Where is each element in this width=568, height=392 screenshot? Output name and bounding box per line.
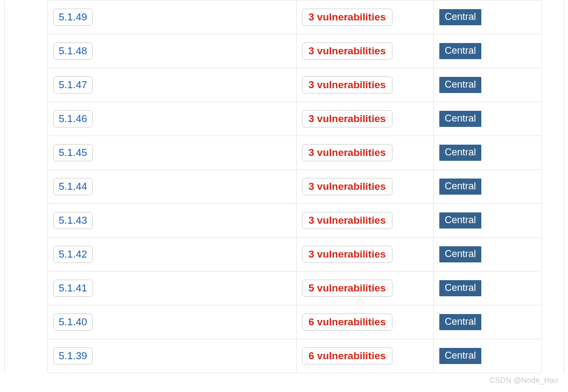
version-link[interactable]: 5.1.45: [53, 144, 93, 161]
vulnerability-link[interactable]: 3 vulnerabilities: [302, 246, 392, 263]
trailing-spacer-cell: [542, 305, 564, 339]
version-link[interactable]: 5.1.39: [53, 347, 93, 365]
trailing-spacer-cell: [542, 68, 564, 102]
spacer-cell: [5, 1, 48, 34]
vulnerability-link[interactable]: 6 vulnerabilities: [302, 313, 392, 331]
spacer-cell: [5, 238, 48, 272]
version-cell: 5.1.49: [48, 1, 297, 34]
repo-badge[interactable]: Central: [439, 145, 481, 161]
table-row: 5.1.42 3 vulnerabilities Central: [5, 238, 564, 272]
trailing-spacer-cell: [542, 339, 564, 373]
repo-cell: Central: [434, 136, 542, 170]
table-row: 5.1.49 3 vulnerabilities Central: [5, 1, 564, 34]
repo-badge[interactable]: Central: [439, 43, 481, 59]
table-row: 5.1.41 5 vulnerabilities Central: [5, 272, 564, 305]
spacer-cell: [5, 68, 48, 102]
version-link[interactable]: 5.1.47: [53, 76, 93, 94]
vulnerability-cell: 6 vulnerabilities: [297, 339, 434, 373]
versions-table: 5.1.49 3 vulnerabilities Central 5.1.48 …: [4, 0, 564, 373]
version-link[interactable]: 5.1.43: [53, 212, 93, 229]
version-cell: 5.1.45: [48, 136, 297, 170]
vulnerability-link[interactable]: 6 vulnerabilities: [302, 347, 392, 365]
table-row: 5.1.40 6 vulnerabilities Central: [5, 305, 564, 339]
trailing-spacer-cell: [542, 170, 564, 204]
version-cell: 5.1.43: [48, 204, 297, 238]
version-link[interactable]: 5.1.41: [53, 280, 93, 297]
trailing-spacer-cell: [542, 272, 564, 305]
repo-badge[interactable]: Central: [439, 246, 481, 262]
version-cell: 5.1.44: [48, 170, 297, 204]
table-row: 5.1.46 3 vulnerabilities Central: [5, 102, 564, 136]
repo-cell: Central: [434, 305, 542, 339]
version-cell: 5.1.39: [48, 339, 297, 373]
repo-cell: Central: [434, 68, 542, 102]
repo-badge[interactable]: Central: [439, 348, 481, 364]
vulnerability-cell: 6 vulnerabilities: [297, 305, 434, 339]
vulnerability-cell: 3 vulnerabilities: [297, 1, 434, 34]
version-link[interactable]: 5.1.46: [53, 110, 93, 127]
vulnerability-link[interactable]: 3 vulnerabilities: [302, 9, 392, 26]
version-link[interactable]: 5.1.48: [53, 42, 93, 60]
spacer-cell: [5, 170, 48, 204]
vulnerability-cell: 3 vulnerabilities: [297, 34, 434, 68]
version-cell: 5.1.42: [48, 238, 297, 272]
version-cell: 5.1.41: [48, 272, 297, 305]
repo-cell: Central: [434, 34, 542, 68]
trailing-spacer-cell: [542, 34, 564, 68]
version-cell: 5.1.48: [48, 34, 297, 68]
trailing-spacer-cell: [542, 102, 564, 136]
vulnerability-link[interactable]: 3 vulnerabilities: [302, 110, 392, 127]
vulnerability-cell: 3 vulnerabilities: [297, 68, 434, 102]
repo-cell: Central: [434, 272, 542, 305]
repo-cell: Central: [434, 102, 542, 136]
version-link[interactable]: 5.1.42: [53, 246, 93, 263]
vulnerability-link[interactable]: 3 vulnerabilities: [302, 42, 392, 60]
repo-cell: Central: [434, 339, 542, 373]
table-row: 5.1.48 3 vulnerabilities Central: [5, 34, 564, 68]
repo-badge[interactable]: Central: [439, 9, 481, 25]
repo-badge[interactable]: Central: [439, 212, 481, 229]
vulnerability-link[interactable]: 5 vulnerabilities: [302, 280, 392, 297]
watermark: CSDN @Node_Hao: [489, 376, 558, 384]
repo-cell: Central: [434, 1, 542, 34]
vulnerability-link[interactable]: 3 vulnerabilities: [302, 212, 392, 229]
repo-cell: Central: [434, 238, 542, 272]
spacer-cell: [5, 102, 48, 136]
spacer-cell: [5, 136, 48, 170]
trailing-spacer-cell: [542, 136, 564, 170]
repo-badge[interactable]: Central: [439, 77, 481, 93]
version-cell: 5.1.40: [48, 305, 297, 339]
vulnerability-cell: 3 vulnerabilities: [297, 102, 434, 136]
table-row: 5.1.45 3 vulnerabilities Central: [5, 136, 564, 170]
trailing-spacer-cell: [542, 204, 564, 238]
version-link[interactable]: 5.1.44: [53, 178, 93, 195]
repo-badge[interactable]: Central: [439, 179, 481, 195]
table-row: 5.1.44 3 vulnerabilities Central: [5, 170, 564, 204]
version-link[interactable]: 5.1.49: [53, 9, 93, 26]
spacer-cell: [5, 305, 48, 339]
vulnerability-cell: 3 vulnerabilities: [297, 238, 434, 272]
repo-badge[interactable]: Central: [439, 111, 481, 127]
repo-badge[interactable]: Central: [439, 314, 481, 330]
vulnerability-cell: 3 vulnerabilities: [297, 136, 434, 170]
vulnerability-link[interactable]: 3 vulnerabilities: [302, 178, 392, 195]
spacer-cell: [5, 204, 48, 238]
version-link[interactable]: 5.1.40: [53, 313, 93, 331]
trailing-spacer-cell: [542, 238, 564, 272]
vulnerability-cell: 3 vulnerabilities: [297, 204, 434, 238]
table-row: 5.1.39 6 vulnerabilities Central: [5, 339, 564, 373]
version-cell: 5.1.47: [48, 68, 297, 102]
table-row: 5.1.43 3 vulnerabilities Central: [5, 204, 564, 238]
vulnerability-link[interactable]: 3 vulnerabilities: [302, 76, 392, 94]
table-row: 5.1.47 3 vulnerabilities Central: [5, 68, 564, 102]
repo-badge[interactable]: Central: [439, 280, 481, 296]
version-cell: 5.1.46: [48, 102, 297, 136]
repo-cell: Central: [434, 170, 542, 204]
spacer-cell: [5, 339, 48, 373]
vulnerability-link[interactable]: 3 vulnerabilities: [302, 144, 392, 161]
repo-cell: Central: [434, 204, 542, 238]
trailing-spacer-cell: [542, 1, 564, 34]
spacer-cell: [5, 34, 48, 68]
vulnerability-cell: 3 vulnerabilities: [297, 170, 434, 204]
vulnerability-cell: 5 vulnerabilities: [297, 272, 434, 305]
